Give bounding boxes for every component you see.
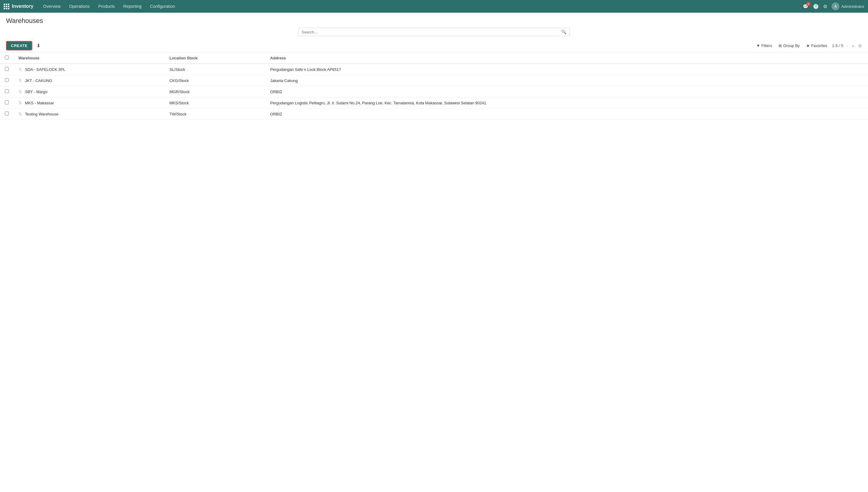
- prev-page-button[interactable]: ‹: [844, 42, 850, 49]
- warehouse-cell[interactable]: ⇅ Testing Warehouse: [14, 108, 164, 120]
- address-cell: Pergudangan Logistic Pelitagro, Jl. Ir. …: [265, 97, 868, 108]
- row-checkbox-2[interactable]: [5, 89, 9, 93]
- location-stock-cell: CKG/Stock: [164, 75, 265, 86]
- app-name: Inventory: [12, 4, 33, 9]
- row-checkbox-cell: [0, 64, 14, 75]
- nav-menu: Overview Operations Products Reporting C…: [40, 2, 802, 10]
- app-logo[interactable]: Inventory: [4, 4, 33, 9]
- row-checkbox-4[interactable]: [5, 112, 9, 116]
- groupby-button[interactable]: ⊞ Group By: [776, 42, 802, 49]
- groupby-icon: ⊞: [778, 43, 782, 48]
- row-checkbox-cell: [0, 75, 14, 86]
- search-icon: 🔍: [561, 29, 566, 34]
- toolbar: CREATE ⬇ ▼ Filters ⊞ Group By ★ Favorite…: [0, 39, 868, 52]
- warehouse-cell[interactable]: ⇅ SBY - Margo: [14, 86, 164, 97]
- clock-icon[interactable]: 🕐: [813, 4, 819, 9]
- nav-item-overview[interactable]: Overview: [40, 2, 64, 10]
- row-checkbox-cell: [0, 86, 14, 97]
- nav-item-products[interactable]: Products: [95, 2, 119, 10]
- location-stock-cell: TW/Stock: [164, 108, 265, 120]
- user-menu[interactable]: A Administrator: [832, 2, 864, 10]
- row-checkbox-1[interactable]: [5, 78, 9, 82]
- address-cell: Pergudangan Safe n Lock Block AP6517: [265, 64, 868, 75]
- search-input[interactable]: [302, 30, 559, 34]
- filter-group: ▼ Filters ⊞ Group By ★ Favorites: [754, 42, 830, 49]
- download-button[interactable]: ⬇: [35, 42, 42, 50]
- messages-icon[interactable]: 💬 4: [802, 4, 809, 9]
- table-header-row: Warehouse Location Stock Address: [0, 52, 868, 64]
- warehouse-name: JKT - CAKUNG: [25, 78, 52, 83]
- row-checkbox-3[interactable]: [5, 100, 9, 104]
- warehouses-table: Warehouse Location Stock Address ⇅ SDA -…: [0, 52, 868, 120]
- row-checkbox-cell: [0, 97, 14, 108]
- pagination-text: 1-5 / 5: [832, 43, 843, 48]
- warehouse-name: MKS - Makassar: [25, 101, 54, 105]
- table-row: ⇅ SDA - SAFELOCK 3PL SL/Stock Pergudanga…: [0, 64, 868, 75]
- star-icon: ★: [806, 43, 810, 48]
- nav-item-configuration[interactable]: Configuration: [147, 2, 179, 10]
- page-header: Warehouses: [0, 13, 868, 28]
- address-cell: ORBIZ: [265, 86, 868, 97]
- favorites-label: Favorites: [811, 43, 827, 48]
- top-right-actions: 💬 4 🕐 ⚙ A Administrator: [802, 2, 864, 10]
- row-checkbox-0[interactable]: [5, 67, 9, 71]
- address-column-header: Address: [265, 52, 868, 64]
- user-avatar: A: [832, 2, 839, 10]
- page-title: Warehouses: [6, 17, 43, 25]
- table-row: ⇅ SBY - Margo MGR/Stock ORBIZ: [0, 86, 868, 97]
- drag-handle-icon: ⇅: [18, 100, 22, 105]
- create-button[interactable]: CREATE: [6, 41, 32, 50]
- next-page-button[interactable]: ›: [850, 42, 856, 49]
- table-row: ⇅ JKT - CAKUNG CKG/Stock Jakarta Cakung: [0, 75, 868, 86]
- message-badge: 4: [806, 2, 811, 6]
- warehouse-name: SBY - Margo: [25, 90, 47, 94]
- table-row: ⇅ MKS - Makassar MKS/Stock Pergudangan L…: [0, 97, 868, 108]
- location-stock-cell: MKS/Stock: [164, 97, 265, 108]
- row-checkbox-cell: [0, 108, 14, 120]
- pagination: 1-5 / 5 ‹ ›: [832, 42, 856, 49]
- select-all-checkbox[interactable]: [5, 55, 9, 59]
- address-cell: ORBIZ: [265, 108, 868, 120]
- top-navigation: Inventory Overview Operations Products R…: [0, 0, 868, 13]
- filters-button[interactable]: ▼ Filters: [754, 42, 774, 49]
- drag-handle-icon: ⇅: [18, 112, 22, 116]
- nav-item-operations[interactable]: Operations: [66, 2, 93, 10]
- settings-icon[interactable]: ⚙: [823, 4, 827, 9]
- warehouse-cell[interactable]: ⇅ JKT - CAKUNG: [14, 75, 164, 86]
- filter-icon: ▼: [756, 43, 760, 48]
- location-stock-cell: MGR/Stock: [164, 86, 265, 97]
- table-container: Warehouse Location Stock Address ⇅ SDA -…: [0, 52, 868, 120]
- drag-handle-icon: ⇅: [18, 67, 22, 72]
- column-options-button[interactable]: ⚙: [858, 43, 862, 48]
- warehouse-name: SDA - SAFELOCK 3PL: [25, 67, 66, 72]
- user-name: Administrator: [841, 4, 864, 9]
- search-row: 🔍: [0, 28, 868, 39]
- filters-label: Filters: [761, 43, 772, 48]
- location-stock-column-header: Location Stock: [164, 52, 265, 64]
- main-content: Warehouses 🔍 CREATE ⬇ ▼ Filters ⊞ Group …: [0, 13, 868, 492]
- drag-handle-icon: ⇅: [18, 78, 22, 83]
- warehouse-name: Testing Warehouse: [25, 112, 58, 116]
- address-cell: Jakarta Cakung: [265, 75, 868, 86]
- warehouse-cell[interactable]: ⇅ SDA - SAFELOCK 3PL: [14, 64, 164, 75]
- grid-icon: [4, 4, 9, 9]
- location-stock-cell: SL/Stock: [164, 64, 265, 75]
- select-all-header: [0, 52, 14, 64]
- warehouse-cell[interactable]: ⇅ MKS - Makassar: [14, 97, 164, 108]
- search-bar: 🔍: [298, 28, 570, 36]
- drag-handle-icon: ⇅: [18, 89, 22, 94]
- warehouse-column-header: Warehouse: [14, 52, 164, 64]
- groupby-label: Group By: [783, 43, 799, 48]
- favorites-button[interactable]: ★ Favorites: [804, 42, 829, 49]
- nav-item-reporting[interactable]: Reporting: [120, 2, 145, 10]
- table-row: ⇅ Testing Warehouse TW/Stock ORBIZ: [0, 108, 868, 120]
